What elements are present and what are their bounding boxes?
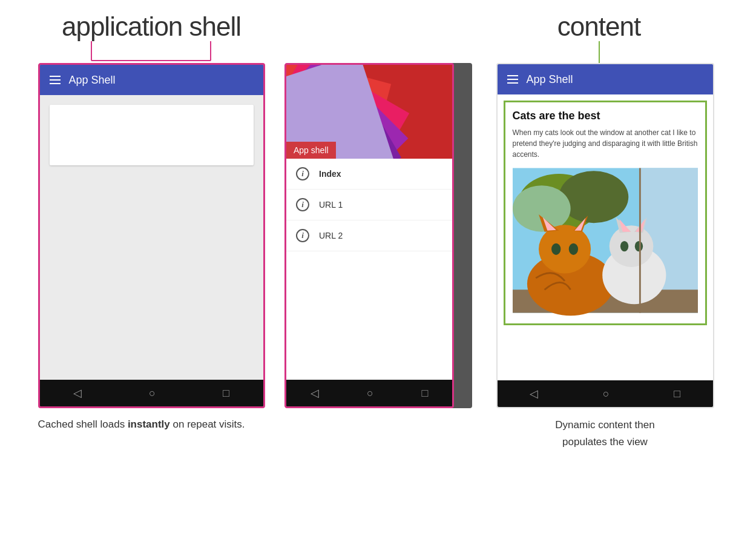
right-square-icon: □ [674, 388, 680, 399]
svg-point-11 [539, 225, 591, 274]
drawer-content: i Index i URL 1 i URL 2 [286, 159, 452, 380]
colorful-header: App shell [286, 65, 452, 159]
app-shell-label-area: application shell [18, 12, 284, 63]
content-bracket-svg [539, 41, 660, 63]
info-icon-index: i [296, 167, 309, 180]
left-phone-title: App Shell [69, 74, 116, 87]
content-label-area: content [460, 12, 738, 63]
left-phone: App Shell ◁ ○ □ [38, 63, 265, 408]
right-phone-titlebar: App Shell [498, 64, 713, 94]
svg-point-7 [559, 171, 628, 223]
right-phone-content: Cats are the best When my cats look out … [498, 94, 713, 380]
left-caption-bold: instantly [128, 418, 170, 430]
right-phone-nav-bar: ◁ ○ □ [498, 380, 713, 407]
left-caption: Cached shell loads instantly on repeat v… [38, 417, 265, 432]
info-icon-url2: i [296, 229, 309, 242]
right-caption-line1: Dynamic content then [555, 417, 654, 433]
svg-point-24 [620, 241, 628, 251]
drawer-item-index: i Index [286, 159, 452, 190]
right-phone-title: App Shell [527, 73, 573, 86]
drawer-label-url2: URL 2 [319, 231, 343, 240]
left-caption-part2: on repeat visits. [170, 418, 245, 430]
right-back-icon: ◁ [530, 388, 538, 399]
page-layout: application shell content [0, 0, 756, 559]
drawer-item-url2: i URL 2 [286, 220, 452, 251]
svg-point-16 [551, 243, 560, 255]
middle-square-icon: □ [421, 388, 428, 399]
left-phone-nav-bar: ◁ ○ □ [40, 380, 263, 406]
middle-home-icon: ○ [367, 388, 373, 399]
right-caption-line2: populates the view [555, 434, 654, 450]
drawer-label-url1: URL 1 [319, 200, 343, 210]
svg-point-25 [634, 241, 642, 251]
content-article-desc: When my cats look out the window at anot… [513, 127, 698, 160]
left-phone-area: App Shell ◁ ○ □ Cached shell loads insta… [18, 63, 284, 432]
hamburger-icon [50, 76, 61, 84]
right-phone: App Shell Cats are the best When my cats… [496, 63, 714, 408]
content-heading: content [557, 12, 640, 41]
app-shell-bracket-svg [33, 41, 269, 63]
left-phone-white-card [50, 105, 254, 165]
middle-phone-nav-bar: ◁ ○ □ [286, 380, 452, 406]
green-bordered-content: Cats are the best When my cats look out … [504, 101, 707, 325]
middle-spacer [284, 12, 460, 63]
right-home-icon: ○ [603, 388, 610, 399]
content-article-title: Cats are the best [513, 110, 698, 122]
middle-phone-area: App shell i Index i URL 1 [284, 63, 472, 408]
left-phone-content [40, 95, 263, 380]
cat-image [513, 165, 698, 316]
info-icon-url1: i [296, 198, 309, 211]
middle-back-icon: ◁ [311, 388, 319, 399]
home-icon: ○ [149, 388, 156, 399]
application-shell-heading: application shell [62, 12, 241, 41]
svg-point-17 [568, 243, 577, 255]
back-icon: ◁ [73, 388, 82, 399]
drawer-label-index: Index [319, 169, 341, 179]
svg-point-19 [609, 226, 653, 268]
svg-point-8 [513, 186, 571, 233]
right-caption: Dynamic content then populates the view [555, 417, 654, 449]
square-icon: □ [223, 388, 229, 399]
left-caption-part1: Cached shell loads [38, 418, 128, 430]
app-shell-overlay: App shell [286, 142, 336, 159]
middle-phone: App shell i Index i URL 1 [284, 63, 454, 408]
cat-image-svg [513, 165, 698, 316]
drawer-item-url1: i URL 1 [286, 190, 452, 220]
left-phone-titlebar: App Shell [40, 65, 263, 95]
right-phone-area: App Shell Cats are the best When my cats… [472, 63, 738, 449]
right-hamburger-icon [507, 75, 518, 84]
